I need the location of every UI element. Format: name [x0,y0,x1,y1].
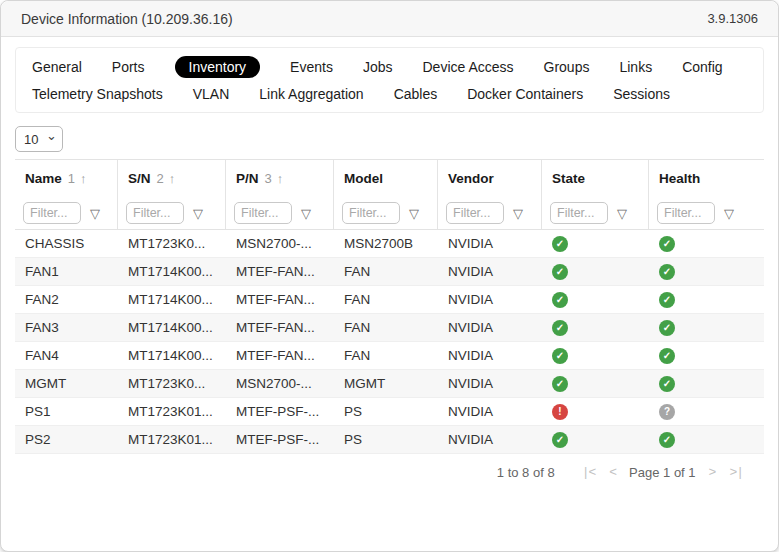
column-header-vendor[interactable]: Vendor [438,160,542,197]
tab-cables[interactable]: Cables [394,83,438,105]
cell-state: ✓ [542,426,649,453]
filter-funnel-icon[interactable]: ▽ [301,207,311,220]
filter-funnel-icon[interactable]: ▽ [724,207,734,220]
tab-ports[interactable]: Ports [112,56,145,78]
sort-indicator: 1↑ [68,171,87,186]
first-page-icon[interactable]: |< [582,465,596,480]
cell-model: FAN [334,342,438,369]
filter-input-state[interactable] [550,202,608,224]
cell-vendor: NVIDIA [438,426,542,453]
filter-cell-state: ▽ [542,197,649,229]
cell-state: ✓ [542,258,649,285]
filter-funnel-icon[interactable]: ▽ [617,207,627,220]
previous-page-icon[interactable]: < [609,465,616,480]
tab-general[interactable]: General [32,56,82,78]
column-header-state[interactable]: State [542,160,649,197]
filter-funnel-icon[interactable]: ▽ [409,207,419,220]
state-status-icon: ! [552,404,568,420]
cell-health: ✓ [649,230,764,257]
column-header-pn[interactable]: P/N 3↑ [226,160,334,197]
cell-pn: MTEF-FAN... [226,286,334,313]
cell-model: FAN [334,286,438,313]
cell-vendor: NVIDIA [438,230,542,257]
cell-name: FAN3 [15,314,118,341]
tab-row-1: General Ports Inventory Events Jobs Devi… [32,53,747,80]
filter-funnel-icon[interactable]: ▽ [193,207,203,220]
tab-docker-containers[interactable]: Docker Containers [467,83,583,105]
cell-sn: MT1714K00... [118,342,226,369]
column-header-model[interactable]: Model [334,160,438,197]
next-page-icon[interactable]: > [709,465,716,480]
tab-links[interactable]: Links [619,56,652,78]
inventory-table: Name 1↑ S/N 2↑ P/N 3↑ Model Vendor State… [15,159,764,490]
column-label: Health [659,171,700,186]
state-status-icon: ✓ [552,292,568,308]
column-label: Vendor [448,171,494,186]
filter-input-name[interactable] [23,202,81,224]
tab-device-access[interactable]: Device Access [422,56,513,78]
filter-cell-sn: ▽ [118,197,226,229]
cell-model: FAN [334,258,438,285]
table-row: FAN3 MT1714K00... MTEF-FAN... FAN NVIDIA… [15,314,764,342]
tab-events[interactable]: Events [290,56,333,78]
cell-pn: MSN2700-... [226,370,334,397]
tabs-container: General Ports Inventory Events Jobs Devi… [15,47,764,113]
filter-input-health[interactable] [657,202,715,224]
cell-sn: MT1714K00... [118,286,226,313]
table-footer: 1 to 8 of 8 |< < Page 1 of 1 > >| [29,454,750,490]
filter-input-sn[interactable] [126,202,184,224]
cell-pn: MTEF-FAN... [226,314,334,341]
cell-name: FAN4 [15,342,118,369]
tab-vlan[interactable]: VLAN [193,83,230,105]
cell-model: MGMT [334,370,438,397]
cell-name: PS1 [15,398,118,425]
tab-link-aggregation[interactable]: Link Aggregation [259,83,363,105]
table-row: MGMT MT1723K0... MSN2700-... MGMT NVIDIA… [15,370,764,398]
page-title: Device Information (10.209.36.16) [21,11,233,27]
column-label: P/N [236,171,259,186]
cell-health: ✓ [649,370,764,397]
filter-cell-health: ▽ [649,197,764,229]
filter-input-model[interactable] [342,202,400,224]
column-header-health[interactable]: Health [649,160,764,197]
cell-state: ✓ [542,286,649,313]
state-status-icon: ✓ [552,320,568,336]
cell-sn: MT1723K01... [118,426,226,453]
filter-cell-pn: ▽ [226,197,334,229]
table-body: CHASSIS MT1723K0... MSN2700-... MSN2700B… [15,230,764,454]
cell-health: ✓ [649,342,764,369]
page-indicator: Page 1 of 1 [629,465,696,480]
page-size-select[interactable]: 10 [15,126,63,152]
filter-input-vendor[interactable] [446,202,504,224]
version-label: 3.9.1306 [707,11,758,26]
health-status-icon: ✓ [659,432,675,448]
filter-funnel-icon[interactable]: ▽ [90,207,100,220]
tab-jobs[interactable]: Jobs [363,56,393,78]
filter-input-pn[interactable] [234,202,292,224]
sort-indicator: 2↑ [157,171,176,186]
cell-health: ✓ [649,426,764,453]
column-header-name[interactable]: Name 1↑ [15,160,118,197]
tab-telemetry-snapshots[interactable]: Telemetry Snapshots [32,83,163,105]
column-header-sn[interactable]: S/N 2↑ [118,160,226,197]
last-page-icon[interactable]: >| [729,465,743,480]
tab-config[interactable]: Config [682,56,722,78]
device-information-panel: Device Information (10.209.36.16) 3.9.13… [0,0,779,552]
cell-name: CHASSIS [15,230,118,257]
cell-state: ✓ [542,342,649,369]
tab-groups[interactable]: Groups [544,56,590,78]
health-status-icon: ✓ [659,376,675,392]
filter-funnel-icon[interactable]: ▽ [513,207,523,220]
cell-state: ✓ [542,314,649,341]
health-status-icon: ✓ [659,264,675,280]
cell-pn: MTEF-FAN... [226,342,334,369]
health-status-icon: ? [659,404,675,420]
health-status-icon: ✓ [659,236,675,252]
cell-sn: MT1723K0... [118,370,226,397]
cell-health: ✓ [649,258,764,285]
cell-name: MGMT [15,370,118,397]
tab-inventory[interactable]: Inventory [175,56,261,78]
tab-sessions[interactable]: Sessions [613,83,670,105]
cell-vendor: NVIDIA [438,258,542,285]
table-header-row: Name 1↑ S/N 2↑ P/N 3↑ Model Vendor State… [15,159,764,197]
